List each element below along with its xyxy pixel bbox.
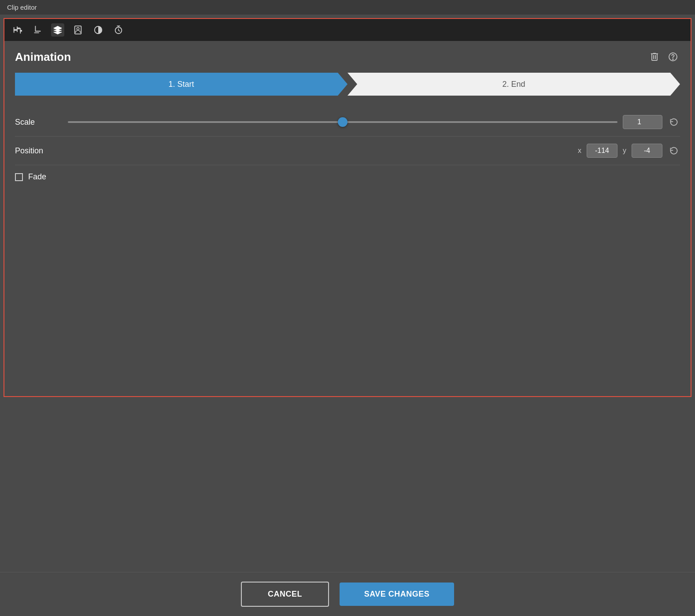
svg-rect-2 <box>17 26 18 32</box>
scale-input[interactable] <box>623 115 662 129</box>
scale-reset-button[interactable] <box>668 116 680 128</box>
editor-panel: Animation <box>4 18 691 397</box>
position-label: Position <box>15 146 68 156</box>
toolbar <box>4 19 691 41</box>
bottom-bar: CANCEL SAVE CHANGES <box>0 572 695 616</box>
svg-point-7 <box>77 28 79 30</box>
cancel-button[interactable]: CANCEL <box>241 582 329 607</box>
crop-icon[interactable] <box>31 23 44 37</box>
portrait-icon[interactable] <box>71 23 85 37</box>
scale-content <box>68 115 680 129</box>
svg-rect-5 <box>20 30 22 32</box>
title-bar: Clip editor <box>0 0 695 15</box>
fade-row: Fade <box>15 165 680 189</box>
header-icons <box>647 50 680 64</box>
scale-label: Scale <box>15 118 68 127</box>
scale-slider[interactable] <box>68 121 617 123</box>
fade-checkbox[interactable] <box>15 173 23 181</box>
scale-slider-container <box>68 118 617 126</box>
timer-icon[interactable] <box>112 23 125 37</box>
svg-rect-1 <box>14 29 17 31</box>
position-content: x y <box>68 144 680 158</box>
tab-end[interactable]: 2. End <box>348 73 680 96</box>
scale-control-row: Scale <box>15 108 680 137</box>
position-y-input[interactable] <box>632 144 662 158</box>
help-button[interactable] <box>666 50 680 64</box>
fade-label: Fade <box>28 172 46 182</box>
position-control-row: Position x y <box>15 137 680 165</box>
svg-point-11 <box>673 59 673 59</box>
save-changes-button[interactable]: SAVE CHANGES <box>340 583 454 606</box>
position-x-input[interactable] <box>587 144 617 158</box>
layers-icon[interactable] <box>51 23 64 37</box>
delete-button[interactable] <box>647 50 662 64</box>
svg-rect-3 <box>17 28 20 30</box>
x-axis-label: x <box>578 147 581 155</box>
section-header: Animation <box>15 50 680 64</box>
app-title: Clip editor <box>7 4 37 11</box>
position-reset-button[interactable] <box>668 145 680 157</box>
section-title: Animation <box>15 50 71 64</box>
y-axis-label: y <box>623 147 626 155</box>
step-tabs: 1. Start 2. End <box>15 73 680 96</box>
adjustments-icon[interactable] <box>11 23 24 37</box>
tab-start[interactable]: 1. Start <box>15 73 348 96</box>
content-area: Animation <box>4 41 691 396</box>
contrast-icon[interactable] <box>92 23 105 37</box>
